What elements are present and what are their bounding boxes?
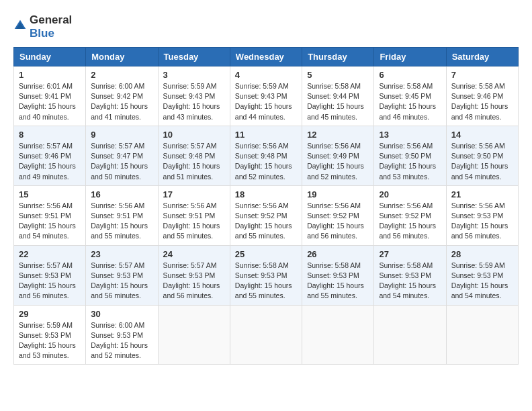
calendar-cell: 22 Sunrise: 5:57 AM Sunset: 9:53 PM Dayl… bbox=[14, 245, 86, 305]
sunrise-label: Sunrise: 5:56 AM bbox=[235, 201, 289, 210]
logo-icon bbox=[13, 19, 27, 35]
daylight-label: Daylight: 15 hours and 49 minutes. bbox=[19, 162, 76, 180]
calendar-cell: 29 Sunrise: 5:59 AM Sunset: 9:53 PM Dayl… bbox=[14, 305, 86, 365]
col-header-saturday: Saturday bbox=[446, 48, 518, 66]
daylight-label: Daylight: 15 hours and 54 minutes. bbox=[379, 281, 436, 300]
calendar-cell bbox=[446, 305, 518, 365]
sunset-label: Sunset: 9:53 PM bbox=[379, 271, 431, 279]
daylight-label: Daylight: 15 hours and 48 minutes. bbox=[451, 102, 508, 120]
day-number: 19 bbox=[307, 189, 369, 199]
calendar-cell: 11 Sunrise: 5:56 AM Sunset: 9:48 PM Dayl… bbox=[230, 126, 302, 185]
day-number: 18 bbox=[235, 189, 297, 199]
daylight-label: Daylight: 15 hours and 50 minutes. bbox=[91, 162, 148, 180]
calendar-cell: 17 Sunrise: 5:56 AM Sunset: 9:51 PM Dayl… bbox=[158, 185, 230, 245]
day-info: Sunrise: 5:56 AM Sunset: 9:50 PM Dayligh… bbox=[451, 141, 513, 182]
daylight-label: Daylight: 15 hours and 56 minutes. bbox=[451, 222, 508, 240]
calendar-cell: 3 Sunrise: 5:59 AM Sunset: 9:43 PM Dayli… bbox=[158, 66, 230, 126]
day-number: 3 bbox=[163, 70, 225, 80]
calendar-cell: 2 Sunrise: 6:00 AM Sunset: 9:42 PM Dayli… bbox=[86, 66, 158, 126]
day-number: 25 bbox=[235, 249, 297, 259]
sunset-label: Sunset: 9:42 PM bbox=[91, 92, 143, 100]
sunset-label: Sunset: 9:51 PM bbox=[163, 212, 216, 220]
sunrise-label: Sunrise: 5:56 AM bbox=[19, 201, 73, 210]
sunrise-label: Sunrise: 5:57 AM bbox=[163, 261, 217, 269]
day-number: 27 bbox=[379, 249, 441, 259]
sunrise-label: Sunrise: 6:00 AM bbox=[91, 82, 144, 90]
day-number: 20 bbox=[379, 189, 441, 199]
calendar-table: SundayMondayTuesdayWednesdayThursdayFrid… bbox=[13, 47, 519, 365]
sunrise-label: Sunrise: 5:58 AM bbox=[451, 82, 505, 90]
day-info: Sunrise: 5:59 AM Sunset: 9:43 PM Dayligh… bbox=[163, 81, 225, 122]
daylight-label: Daylight: 15 hours and 55 minutes. bbox=[163, 222, 220, 240]
calendar-cell: 8 Sunrise: 5:57 AM Sunset: 9:46 PM Dayli… bbox=[14, 126, 86, 185]
day-number: 1 bbox=[19, 70, 81, 80]
sunset-label: Sunset: 9:52 PM bbox=[235, 212, 287, 220]
day-number: 24 bbox=[163, 249, 225, 259]
calendar-cell bbox=[374, 305, 446, 365]
sunrise-label: Sunrise: 5:56 AM bbox=[379, 142, 433, 150]
day-info: Sunrise: 6:01 AM Sunset: 9:41 PM Dayligh… bbox=[19, 81, 81, 122]
daylight-label: Daylight: 15 hours and 55 minutes. bbox=[235, 281, 292, 300]
calendar-week-2: 8 Sunrise: 5:57 AM Sunset: 9:46 PM Dayli… bbox=[14, 126, 519, 185]
day-number: 30 bbox=[91, 309, 152, 319]
sunset-label: Sunset: 9:53 PM bbox=[91, 331, 143, 339]
day-info: Sunrise: 5:56 AM Sunset: 9:48 PM Dayligh… bbox=[235, 141, 297, 182]
sunset-label: Sunset: 9:53 PM bbox=[451, 271, 504, 279]
day-info: Sunrise: 6:00 AM Sunset: 9:42 PM Dayligh… bbox=[91, 81, 152, 122]
calendar-cell: 6 Sunrise: 5:58 AM Sunset: 9:45 PM Dayli… bbox=[374, 66, 446, 126]
calendar-cell: 21 Sunrise: 5:56 AM Sunset: 9:53 PM Dayl… bbox=[446, 185, 518, 245]
sunset-label: Sunset: 9:48 PM bbox=[235, 152, 287, 160]
sunrise-label: Sunrise: 6:00 AM bbox=[91, 321, 144, 329]
day-number: 22 bbox=[19, 249, 81, 259]
col-header-thursday: Thursday bbox=[302, 48, 374, 66]
sunset-label: Sunset: 9:53 PM bbox=[91, 271, 143, 279]
col-header-monday: Monday bbox=[86, 48, 158, 66]
sunset-label: Sunset: 9:50 PM bbox=[379, 152, 431, 160]
col-header-wednesday: Wednesday bbox=[230, 48, 302, 66]
calendar-cell: 30 Sunrise: 6:00 AM Sunset: 9:53 PM Dayl… bbox=[86, 305, 158, 365]
day-info: Sunrise: 5:58 AM Sunset: 9:46 PM Dayligh… bbox=[451, 81, 513, 122]
sunset-label: Sunset: 9:53 PM bbox=[19, 271, 71, 279]
sunset-label: Sunset: 9:53 PM bbox=[163, 271, 216, 279]
day-number: 10 bbox=[163, 130, 225, 140]
calendar-cell: 27 Sunrise: 5:58 AM Sunset: 9:53 PM Dayl… bbox=[374, 245, 446, 305]
day-number: 12 bbox=[307, 130, 369, 140]
day-info: Sunrise: 5:58 AM Sunset: 9:45 PM Dayligh… bbox=[379, 81, 441, 122]
daylight-label: Daylight: 15 hours and 51 minutes. bbox=[163, 162, 220, 180]
day-info: Sunrise: 5:56 AM Sunset: 9:52 PM Dayligh… bbox=[307, 201, 369, 242]
calendar-week-1: 1 Sunrise: 6:01 AM Sunset: 9:41 PM Dayli… bbox=[14, 66, 519, 126]
day-number: 6 bbox=[379, 70, 441, 80]
sunrise-label: Sunrise: 5:56 AM bbox=[307, 142, 361, 150]
sunset-label: Sunset: 9:48 PM bbox=[163, 152, 216, 160]
sunrise-label: Sunrise: 5:56 AM bbox=[379, 201, 433, 210]
col-header-sunday: Sunday bbox=[14, 48, 86, 66]
calendar-cell: 16 Sunrise: 5:56 AM Sunset: 9:51 PM Dayl… bbox=[86, 185, 158, 245]
daylight-label: Daylight: 15 hours and 52 minutes. bbox=[307, 162, 364, 180]
day-number: 13 bbox=[379, 130, 441, 140]
sunset-label: Sunset: 9:46 PM bbox=[19, 152, 71, 160]
sunrise-label: Sunrise: 5:56 AM bbox=[451, 142, 505, 150]
day-info: Sunrise: 5:58 AM Sunset: 9:53 PM Dayligh… bbox=[379, 261, 441, 302]
sunrise-label: Sunrise: 5:59 AM bbox=[163, 82, 217, 90]
sunrise-label: Sunrise: 5:57 AM bbox=[19, 142, 73, 150]
calendar-week-4: 22 Sunrise: 5:57 AM Sunset: 9:53 PM Dayl… bbox=[14, 245, 519, 305]
sunset-label: Sunset: 9:51 PM bbox=[91, 212, 143, 220]
sunrise-label: Sunrise: 5:58 AM bbox=[379, 82, 433, 90]
calendar-cell: 24 Sunrise: 5:57 AM Sunset: 9:53 PM Dayl… bbox=[158, 245, 230, 305]
day-info: Sunrise: 5:58 AM Sunset: 9:53 PM Dayligh… bbox=[235, 261, 297, 302]
day-number: 7 bbox=[451, 70, 513, 80]
sunrise-label: Sunrise: 5:56 AM bbox=[91, 201, 144, 210]
day-number: 26 bbox=[307, 249, 369, 259]
calendar-cell: 4 Sunrise: 5:59 AM Sunset: 9:43 PM Dayli… bbox=[230, 66, 302, 126]
logo: General Blue bbox=[13, 13, 72, 40]
daylight-label: Daylight: 15 hours and 54 minutes. bbox=[451, 162, 508, 180]
calendar-cell: 23 Sunrise: 5:57 AM Sunset: 9:53 PM Dayl… bbox=[86, 245, 158, 305]
col-header-tuesday: Tuesday bbox=[158, 48, 230, 66]
day-number: 4 bbox=[235, 70, 297, 80]
calendar-cell: 9 Sunrise: 5:57 AM Sunset: 9:47 PM Dayli… bbox=[86, 126, 158, 185]
daylight-label: Daylight: 15 hours and 56 minutes. bbox=[163, 281, 220, 300]
sunrise-label: Sunrise: 5:59 AM bbox=[451, 261, 505, 269]
calendar-cell: 15 Sunrise: 5:56 AM Sunset: 9:51 PM Dayl… bbox=[14, 185, 86, 245]
calendar-cell: 13 Sunrise: 5:56 AM Sunset: 9:50 PM Dayl… bbox=[374, 126, 446, 185]
daylight-label: Daylight: 15 hours and 44 minutes. bbox=[235, 102, 292, 120]
